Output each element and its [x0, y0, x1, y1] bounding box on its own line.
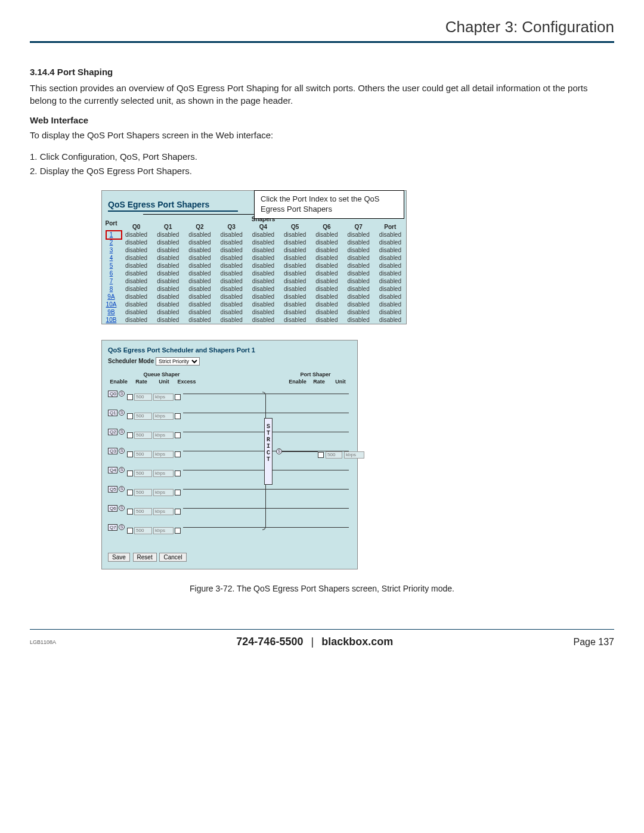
- shaper-cell: disabled: [311, 308, 342, 316]
- port-index-cell[interactable]: 9A: [102, 293, 120, 301]
- queue-enable-checkbox[interactable]: [127, 470, 133, 476]
- port-index-cell[interactable]: 8: [102, 285, 120, 293]
- section-heading: 3.14.4 Port Shaping: [30, 67, 614, 77]
- port-link[interactable]: 8: [110, 286, 113, 292]
- table-row: 6disableddisableddisableddisableddisable…: [102, 270, 406, 277]
- port-index-cell[interactable]: 10A: [102, 301, 120, 308]
- queue-excess-checkbox[interactable]: [175, 451, 181, 457]
- port-index-cell[interactable]: 7: [102, 277, 120, 285]
- queue-unit-select[interactable]: kbps: [153, 451, 174, 458]
- queue-unit-select[interactable]: kbps: [153, 527, 174, 534]
- queue-rate-input[interactable]: 500: [134, 394, 152, 401]
- shaper-cell: disabled: [311, 254, 342, 262]
- col-q3: Q3: [216, 223, 247, 231]
- shaper-cell: disabled: [152, 277, 184, 285]
- queue-rate-input[interactable]: 500: [134, 508, 152, 515]
- queue-enable-checkbox[interactable]: [127, 394, 133, 400]
- port-link[interactable]: 2: [110, 239, 113, 246]
- port-link[interactable]: 9A: [107, 293, 114, 300]
- queue-excess-checkbox[interactable]: [175, 470, 181, 476]
- col-port: Port: [102, 215, 120, 231]
- queue-enable-checkbox[interactable]: [127, 451, 133, 457]
- port-index-cell[interactable]: 4: [102, 254, 120, 262]
- shaper-cell: disabled: [184, 316, 215, 324]
- shaper-cell: disabled: [279, 246, 311, 254]
- shaper-cell: disabled: [311, 262, 342, 270]
- shaper-cell: disabled: [247, 316, 279, 324]
- port-shaper-unit-select[interactable]: kbps: [344, 451, 364, 459]
- port-link[interactable]: 7: [110, 278, 113, 284]
- queue-rate-input[interactable]: 500: [134, 432, 152, 439]
- queue-enable-checkbox[interactable]: [127, 509, 133, 515]
- queue-unit-select[interactable]: kbps: [153, 432, 174, 439]
- port-index-cell[interactable]: 6: [102, 270, 120, 277]
- queue-excess-checkbox[interactable]: [175, 413, 181, 419]
- shaper-cell: disabled: [374, 277, 406, 285]
- port-link[interactable]: 3: [110, 247, 113, 253]
- queue-enable-checkbox[interactable]: [127, 432, 133, 438]
- shaper-cell: disabled: [120, 301, 152, 308]
- shaper-cell: disabled: [152, 239, 184, 246]
- queue-excess-checkbox[interactable]: [175, 528, 181, 534]
- connector-line: [183, 489, 349, 490]
- queue-rows: STRICT S 500 kbps Q0S500kbpsQ1S500kbpsQ2…: [108, 388, 351, 532]
- port-index-cell[interactable]: 5: [102, 262, 120, 270]
- queue-unit-select[interactable]: kbps: [153, 394, 174, 401]
- port-link[interactable]: 6: [110, 270, 113, 277]
- shaper-cell: disabled: [247, 262, 279, 270]
- shaper-cell: disabled: [247, 277, 279, 285]
- port-highlight: [106, 230, 122, 240]
- port-index-cell[interactable]: 10B: [102, 316, 120, 324]
- shaper-cell: disabled: [120, 277, 152, 285]
- shaper-cell: disabled: [247, 293, 279, 301]
- port-link[interactable]: 10A: [106, 301, 117, 308]
- queue-unit-select[interactable]: kbps: [153, 508, 174, 515]
- queue-enable-checkbox[interactable]: [127, 490, 133, 496]
- cancel-button[interactable]: Cancel: [159, 553, 186, 562]
- queue-excess-checkbox[interactable]: [175, 490, 181, 496]
- shaper-cell: disabled: [342, 277, 374, 285]
- queue-unit-select[interactable]: kbps: [153, 470, 174, 477]
- queue-unit-select[interactable]: kbps: [153, 489, 174, 496]
- port-link[interactable]: 4: [110, 255, 113, 261]
- queue-rate-input[interactable]: 500: [134, 413, 152, 420]
- shaper-cell: disabled: [374, 285, 406, 293]
- shaper-cell: disabled: [152, 231, 184, 239]
- port-link[interactable]: 10B: [106, 317, 117, 323]
- queue-rate-input[interactable]: 500: [134, 470, 152, 477]
- port-shaper-rate-input[interactable]: 500: [326, 451, 342, 459]
- shaper-cell: disabled: [216, 262, 247, 270]
- shaper-cell: disabled: [247, 285, 279, 293]
- queue-rate-input[interactable]: 500: [134, 451, 152, 458]
- port-shaper-node: S 500 kbps: [276, 448, 364, 455]
- table-row: 10Bdisableddisableddisableddisableddisab…: [102, 316, 406, 324]
- queue-row: Q4S500kbps: [108, 465, 351, 475]
- shaper-cell: disabled: [374, 231, 406, 239]
- port-link[interactable]: 5: [110, 262, 113, 269]
- queue-rate-input[interactable]: 500: [134, 489, 152, 496]
- port-index-cell[interactable]: 9B: [102, 308, 120, 316]
- queue-excess-checkbox[interactable]: [175, 432, 181, 438]
- queue-row: Q2S500kbps: [108, 426, 351, 437]
- col-q6: Q6: [311, 223, 342, 231]
- save-button[interactable]: Save: [108, 553, 130, 562]
- scheduler-mode-label: Scheduler Mode: [108, 358, 154, 364]
- scheduler-mode-select[interactable]: Strict Priority: [156, 357, 200, 366]
- port-index-cell[interactable]: 3: [102, 246, 120, 254]
- queue-excess-checkbox[interactable]: [175, 509, 181, 515]
- queue-rate-input[interactable]: 500: [134, 527, 152, 534]
- shaper-cell: disabled: [120, 316, 152, 324]
- queue-enable-checkbox[interactable]: [127, 413, 133, 419]
- shaper-cell: disabled: [374, 301, 406, 308]
- shaper-cell: disabled: [279, 293, 311, 301]
- queue-excess-checkbox[interactable]: [175, 394, 181, 400]
- col-q5: Q5: [279, 223, 311, 231]
- queue-unit-select[interactable]: kbps: [153, 413, 174, 420]
- shaper-cell: disabled: [342, 293, 374, 301]
- port-link[interactable]: 9B: [107, 309, 114, 315]
- port-shaper-enable-checkbox[interactable]: [318, 452, 324, 458]
- reset-button[interactable]: Reset: [133, 553, 157, 562]
- queue-node-icon: S: [119, 505, 125, 511]
- queue-enable-checkbox[interactable]: [127, 528, 133, 534]
- shaper-cell: disabled: [279, 231, 311, 239]
